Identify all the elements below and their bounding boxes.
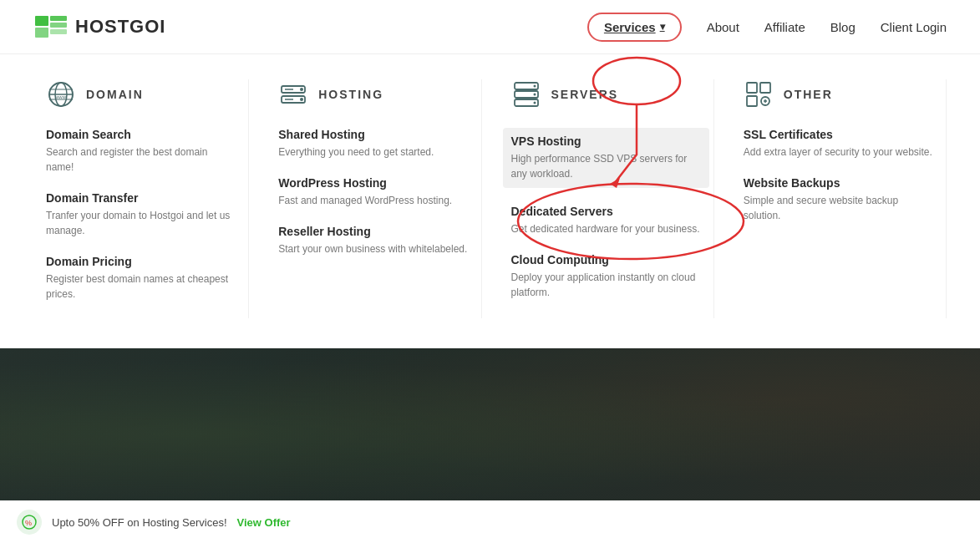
svg-point-20: [533, 85, 536, 88]
domain-header: www DOMAIN: [46, 79, 236, 109]
nav-links: Services ▾ About Affiliate Blog Client L…: [587, 13, 947, 42]
navbar: HOSTGOI Services ▾ About Affiliate Blog …: [0, 0, 980, 54]
hosting-title: HOSTING: [318, 88, 383, 101]
hosting-header: HOSTING: [278, 79, 468, 109]
shared-hosting-item[interactable]: Shared Hosting Everything you need to ge…: [278, 128, 468, 160]
svg-point-21: [533, 94, 536, 96]
hosting-icon: [278, 79, 308, 109]
other-header: OTHER: [744, 79, 933, 109]
hero-section: [0, 348, 980, 520]
logo[interactable]: HOSTGOI: [33, 9, 165, 44]
services-dropdown: www DOMAIN Domain Search Search and regi…: [0, 54, 980, 348]
brand-name: HOSTGOI: [75, 16, 165, 38]
other-column: OTHER SSL Certificates Add extra layer o…: [731, 79, 947, 318]
client-login-button[interactable]: Client Login: [881, 20, 947, 34]
svg-rect-4: [50, 29, 67, 34]
servers-header: SERVERS: [511, 79, 701, 109]
svg-text:%: %: [25, 519, 32, 527]
svg-point-13: [300, 88, 303, 91]
blog-nav-item[interactable]: Blog: [830, 20, 856, 34]
svg-rect-1: [35, 28, 48, 38]
services-label: Services: [604, 20, 656, 34]
svg-rect-2: [50, 16, 67, 21]
other-title: OTHER: [784, 88, 833, 101]
svg-rect-23: [747, 83, 757, 93]
servers-title: SERVERS: [551, 88, 619, 101]
about-nav-item[interactable]: About: [707, 20, 739, 34]
cloud-computing-item[interactable]: Cloud Computing Deploy your application …: [511, 253, 701, 300]
view-offer-link[interactable]: View Offer: [237, 516, 291, 529]
vps-hosting-item[interactable]: VPS Hosting High performance SSD VPS ser…: [503, 128, 709, 188]
promo-text: Upto 50% OFF on Hosting Services!: [52, 516, 227, 529]
services-chevron-icon: ▾: [660, 21, 665, 33]
servers-icon: [511, 79, 541, 109]
globe-icon: www: [46, 79, 76, 109]
website-backups-item[interactable]: Website Backups Simple and secure websit…: [744, 176, 933, 223]
affiliate-nav-item[interactable]: Affiliate: [764, 20, 805, 34]
domain-title: DOMAIN: [86, 88, 144, 101]
reseller-hosting-item[interactable]: Reseller Hosting Start your own business…: [278, 225, 468, 256]
other-icon: [744, 79, 774, 109]
logo-icon: [33, 9, 69, 44]
svg-rect-3: [50, 23, 67, 28]
svg-rect-25: [747, 96, 757, 106]
promo-icon: %: [17, 510, 42, 535]
domain-pricing-item[interactable]: Domain Pricing Register best domain name…: [46, 255, 236, 302]
dedicated-servers-item[interactable]: Dedicated Servers Get dedicated hardware…: [511, 205, 701, 236]
domain-column: www DOMAIN Domain Search Search and regi…: [33, 79, 249, 318]
servers-column: SERVERS VPS Hosting High performance SSD…: [499, 79, 714, 318]
svg-point-14: [300, 98, 303, 101]
domain-search-item[interactable]: Domain Search Search and register the be…: [46, 128, 236, 175]
bottom-bar: % Upto 50% OFF on Hosting Services! View…: [0, 500, 980, 543]
domain-transfer-item[interactable]: Domain Transfer Tranfer your domain to H…: [46, 191, 236, 238]
services-nav-item[interactable]: Services ▾: [587, 13, 682, 42]
svg-rect-24: [760, 83, 770, 93]
ssl-certificates-item[interactable]: SSL Certificates Add extra layer of secu…: [744, 128, 933, 160]
svg-text:www: www: [54, 94, 67, 99]
svg-rect-0: [35, 16, 48, 26]
wordpress-hosting-item[interactable]: WordPress Hosting Fast and managed WordP…: [278, 176, 468, 208]
hosting-column: HOSTING Shared Hosting Everything you ne…: [266, 79, 481, 318]
svg-point-22: [533, 102, 536, 104]
